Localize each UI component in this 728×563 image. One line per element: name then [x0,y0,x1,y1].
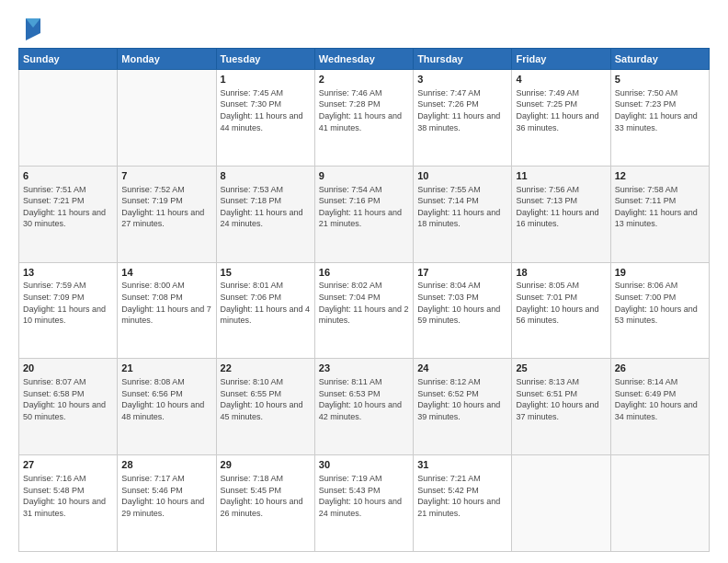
day-number: 21 [121,362,211,375]
day-number: 27 [23,458,113,472]
day-info: Sunrise: 7:56 AMSunset: 7:13 PMDaylight:… [516,184,606,230]
calendar-cell: 19Sunrise: 8:06 AMSunset: 7:00 PMDayligh… [610,262,709,359]
day-header-friday: Friday [512,49,610,70]
day-info: Sunrise: 7:52 AMSunset: 7:19 PMDaylight:… [121,184,211,230]
day-number: 29 [221,458,311,472]
day-info: Sunrise: 8:13 AMSunset: 6:51 PMDaylight:… [516,376,606,422]
day-number: 11 [516,169,606,183]
day-info: Sunrise: 7:51 AMSunset: 7:21 PMDaylight:… [23,184,113,230]
day-number: 10 [417,169,507,183]
day-info: Sunrise: 8:11 AMSunset: 6:53 PMDaylight:… [319,376,409,422]
calendar-cell: 1Sunrise: 7:45 AMSunset: 7:30 PMDaylight… [216,70,314,167]
day-header-wednesday: Wednesday [314,49,413,70]
day-header-tuesday: Tuesday [216,49,314,70]
day-info: Sunrise: 7:55 AMSunset: 7:14 PMDaylight:… [417,184,507,230]
day-header-thursday: Thursday [414,49,512,70]
calendar-cell [118,70,216,167]
calendar-cell: 12Sunrise: 7:58 AMSunset: 7:11 PMDayligh… [610,166,709,262]
page: SundayMondayTuesdayWednesdayThursdayFrid… [0,0,728,563]
day-number: 24 [417,362,507,375]
day-number: 19 [615,266,705,280]
day-info: Sunrise: 7:21 AMSunset: 5:42 PMDaylight:… [417,473,507,519]
calendar-cell: 30Sunrise: 7:19 AMSunset: 5:43 PMDayligh… [314,455,413,552]
header [18,15,710,40]
day-info: Sunrise: 7:59 AMSunset: 7:09 PMDaylight:… [23,280,113,326]
logo [18,15,44,40]
day-info: Sunrise: 8:14 AMSunset: 6:49 PMDaylight:… [615,376,705,422]
calendar-cell: 2Sunrise: 7:46 AMSunset: 7:28 PMDaylight… [314,70,413,167]
day-info: Sunrise: 7:50 AMSunset: 7:23 PMDaylight:… [615,87,705,133]
day-info: Sunrise: 8:10 AMSunset: 6:55 PMDaylight:… [221,376,311,422]
calendar-cell: 13Sunrise: 7:59 AMSunset: 7:09 PMDayligh… [19,262,118,359]
calendar-cell: 6Sunrise: 7:51 AMSunset: 7:21 PMDaylight… [19,166,118,262]
calendar-cell: 5Sunrise: 7:50 AMSunset: 7:23 PMDaylight… [610,70,709,167]
day-number: 13 [23,266,113,280]
day-info: Sunrise: 8:05 AMSunset: 7:01 PMDaylight:… [516,280,606,326]
calendar-cell: 16Sunrise: 8:02 AMSunset: 7:04 PMDayligh… [314,262,413,359]
day-number: 7 [121,169,211,183]
week-row-4: 20Sunrise: 8:07 AMSunset: 6:58 PMDayligh… [19,359,710,455]
calendar-cell: 26Sunrise: 8:14 AMSunset: 6:49 PMDayligh… [610,359,709,455]
day-info: Sunrise: 7:16 AMSunset: 5:48 PMDaylight:… [23,473,113,519]
day-number: 18 [516,266,606,280]
calendar-cell: 25Sunrise: 8:13 AMSunset: 6:51 PMDayligh… [512,359,610,455]
calendar-cell: 9Sunrise: 7:54 AMSunset: 7:16 PMDaylight… [314,166,413,262]
week-row-2: 6Sunrise: 7:51 AMSunset: 7:21 PMDaylight… [19,166,710,262]
calendar-cell: 27Sunrise: 7:16 AMSunset: 5:48 PMDayligh… [19,455,118,552]
calendar-cell: 21Sunrise: 8:08 AMSunset: 6:56 PMDayligh… [118,359,216,455]
calendar-cell: 18Sunrise: 8:05 AMSunset: 7:01 PMDayligh… [512,262,610,359]
day-info: Sunrise: 8:07 AMSunset: 6:58 PMDaylight:… [23,376,113,422]
day-header-sunday: Sunday [19,49,118,70]
calendar-cell: 3Sunrise: 7:47 AMSunset: 7:26 PMDaylight… [414,70,512,167]
calendar-cell: 23Sunrise: 8:11 AMSunset: 6:53 PMDayligh… [314,359,413,455]
day-header-monday: Monday [118,49,216,70]
day-number: 8 [221,169,311,183]
day-info: Sunrise: 7:46 AMSunset: 7:28 PMDaylight:… [319,87,409,133]
day-number: 20 [23,362,113,375]
day-info: Sunrise: 7:49 AMSunset: 7:25 PMDaylight:… [516,87,606,133]
day-number: 2 [319,73,409,86]
day-number: 17 [417,266,507,280]
day-info: Sunrise: 8:00 AMSunset: 7:08 PMDaylight:… [121,280,211,326]
calendar-cell: 14Sunrise: 8:00 AMSunset: 7:08 PMDayligh… [118,262,216,359]
day-number: 25 [516,362,606,375]
calendar-cell: 22Sunrise: 8:10 AMSunset: 6:55 PMDayligh… [216,359,314,455]
day-info: Sunrise: 8:12 AMSunset: 6:52 PMDaylight:… [417,376,507,422]
logo-icon [22,15,44,40]
day-number: 6 [23,169,113,183]
calendar-cell: 24Sunrise: 8:12 AMSunset: 6:52 PMDayligh… [414,359,512,455]
calendar-cell: 15Sunrise: 8:01 AMSunset: 7:06 PMDayligh… [216,262,314,359]
day-info: Sunrise: 7:45 AMSunset: 7:30 PMDaylight:… [221,87,311,133]
day-number: 30 [319,458,409,472]
day-info: Sunrise: 8:01 AMSunset: 7:06 PMDaylight:… [221,280,311,326]
day-number: 22 [221,362,311,375]
calendar-cell [512,455,610,552]
day-info: Sunrise: 8:02 AMSunset: 7:04 PMDaylight:… [319,280,409,326]
calendar-cell: 10Sunrise: 7:55 AMSunset: 7:14 PMDayligh… [414,166,512,262]
calendar-cell [19,70,118,167]
calendar-cell: 17Sunrise: 8:04 AMSunset: 7:03 PMDayligh… [414,262,512,359]
day-number: 23 [319,362,409,375]
day-number: 26 [615,362,705,375]
day-number: 9 [319,169,409,183]
day-info: Sunrise: 7:47 AMSunset: 7:26 PMDaylight:… [417,87,507,133]
day-number: 3 [417,73,507,86]
header-row: SundayMondayTuesdayWednesdayThursdayFrid… [19,49,710,70]
day-number: 16 [319,266,409,280]
calendar-cell: 29Sunrise: 7:18 AMSunset: 5:45 PMDayligh… [216,455,314,552]
calendar-cell [610,455,709,552]
day-number: 31 [417,458,507,472]
week-row-3: 13Sunrise: 7:59 AMSunset: 7:09 PMDayligh… [19,262,710,359]
calendar-cell: 20Sunrise: 8:07 AMSunset: 6:58 PMDayligh… [19,359,118,455]
day-number: 14 [121,266,211,280]
day-number: 12 [615,169,705,183]
day-info: Sunrise: 7:18 AMSunset: 5:45 PMDaylight:… [221,473,311,519]
calendar-cell: 28Sunrise: 7:17 AMSunset: 5:46 PMDayligh… [118,455,216,552]
calendar-cell: 4Sunrise: 7:49 AMSunset: 7:25 PMDaylight… [512,70,610,167]
day-info: Sunrise: 8:04 AMSunset: 7:03 PMDaylight:… [417,280,507,326]
day-info: Sunrise: 7:54 AMSunset: 7:16 PMDaylight:… [319,184,409,230]
day-info: Sunrise: 8:06 AMSunset: 7:00 PMDaylight:… [615,280,705,326]
calendar-cell: 7Sunrise: 7:52 AMSunset: 7:19 PMDaylight… [118,166,216,262]
day-info: Sunrise: 7:17 AMSunset: 5:46 PMDaylight:… [121,473,211,519]
day-number: 5 [615,73,705,86]
